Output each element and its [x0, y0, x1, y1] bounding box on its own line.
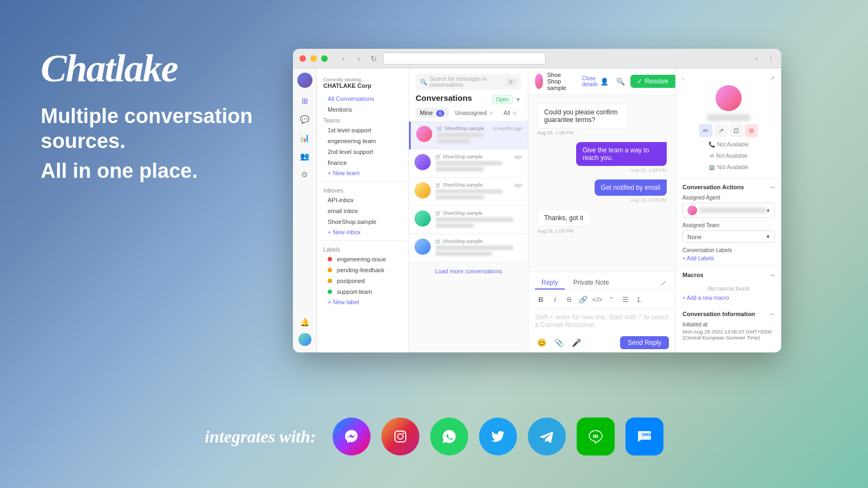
team-engineering[interactable]: engeneering team — [317, 136, 409, 146]
conv-item-3[interactable]: 🛒 ShoeShop.sample ago — [409, 178, 528, 206]
message-outgoing-2: Get notified by email Aug 29, 1:08 PM — [595, 179, 667, 203]
tab-all[interactable]: All 5 — [499, 108, 520, 118]
maximize-window-button[interactable] — [321, 55, 328, 62]
telegram-icon[interactable] — [528, 418, 566, 455]
expand-icon[interactable]: ⤢ — [658, 277, 669, 290]
new-label-button[interactable]: + New label — [317, 297, 409, 307]
conv-item-1[interactable]: 🛒 ShoeShop.sample 4 months ago — [409, 121, 528, 150]
inbox-api[interactable]: API-inbox — [317, 195, 409, 206]
browser-menu-icon[interactable]: ⋮ — [767, 54, 775, 63]
back-button[interactable]: ‹ — [337, 53, 349, 65]
team-finance[interactable]: finance — [317, 157, 409, 168]
company-name: CHATLAKE Corp — [323, 82, 402, 89]
whatsapp-icon[interactable] — [430, 418, 468, 455]
conv-info-toggle[interactable]: – — [770, 310, 775, 318]
company-icon: 🏢 — [709, 164, 715, 170]
composer-input-area[interactable]: Shift + enter for new line. Start with '… — [528, 309, 675, 333]
user-avatar[interactable] — [298, 333, 311, 346]
reports-icon[interactable]: 📊 — [297, 130, 312, 145]
assigned-team-select[interactable]: None ▾ — [682, 230, 775, 243]
all-conversations-item[interactable]: All Conversations — [317, 93, 409, 104]
rp-action-3[interactable]: ⊡ — [730, 124, 743, 137]
conversation-list: 🔍 Search for messages in conversations ⌘… — [409, 68, 528, 352]
contacts-icon[interactable]: 👥 — [297, 149, 312, 164]
close-details-link[interactable]: Close details — [582, 75, 598, 87]
list-button[interactable]: ☰ — [620, 293, 631, 305]
label-pending-feedback[interactable]: pending-feedback — [317, 265, 409, 275]
contact-icon[interactable]: 👤 — [598, 75, 611, 88]
italic-button[interactable]: I — [549, 293, 561, 305]
notification-icon[interactable]: 🔔 — [297, 314, 312, 330]
mentions-item[interactable]: Mentions — [317, 104, 409, 115]
conv-name-blurred-4 — [435, 217, 514, 222]
message-incoming-1: Could you please confirm guarantee terms… — [537, 104, 628, 136]
send-reply-button[interactable]: Send Reply — [620, 336, 669, 349]
contact-avatar — [535, 74, 543, 89]
open-status-badge[interactable]: Open — [492, 95, 513, 104]
tab-unassigned[interactable]: Unassigned 0 — [451, 108, 497, 118]
label-support-team[interactable]: support-team — [317, 286, 409, 297]
assigned-agent-select[interactable]: ▾ — [682, 203, 775, 218]
conv-item-5[interactable]: 🛒 ShoeShop.sample — [409, 234, 528, 262]
emoji-button[interactable]: 😊 — [535, 336, 548, 349]
team-1st-level[interactable]: 1st level support — [317, 125, 409, 136]
rp-action-1[interactable]: ✏ — [699, 124, 712, 137]
search-chat-icon[interactable]: 🔍 — [614, 75, 627, 88]
conv-item-2[interactable]: 🛒 ShoeShop.sample ago — [409, 150, 528, 178]
add-labels-button[interactable]: + Add Labels — [682, 255, 775, 261]
conv-list-header: 🔍 Search for messages in conversations ⌘… — [409, 68, 528, 121]
new-team-button[interactable]: + New team — [317, 168, 409, 178]
line-icon[interactable] — [577, 418, 615, 455]
rp-action-block[interactable]: ⊘ — [745, 124, 758, 137]
bold-button[interactable]: B — [535, 293, 547, 305]
resolve-button[interactable]: ✓ Resolve — [630, 75, 674, 88]
conv-info-2: 🛒 ShoeShop.sample — [435, 154, 510, 173]
instagram-icon[interactable] — [381, 418, 419, 455]
conv-item-4[interactable]: 🛒 ShoeShop.sample — [409, 206, 528, 234]
new-inbox-button[interactable]: + New inbox — [317, 227, 409, 237]
app-icon-avatar — [297, 73, 312, 88]
external-link-icon[interactable]: ↗ — [770, 75, 775, 82]
macros-toggle[interactable]: – — [770, 271, 775, 279]
filter-icon[interactable]: ▼ — [515, 96, 521, 104]
tab-mine[interactable]: Mine 5 — [416, 108, 449, 118]
code-button[interactable]: </> — [591, 293, 603, 305]
forward-button[interactable]: › — [353, 53, 365, 65]
search-bar[interactable]: 🔍 Search for messages in conversations ⌘… — [416, 74, 521, 90]
close-window-button[interactable] — [299, 55, 306, 62]
macros-header: Macros – — [682, 271, 775, 279]
svg-point-2 — [403, 433, 404, 434]
load-more-button[interactable]: Load more conversations — [409, 262, 528, 280]
conv-actions-toggle[interactable]: – — [770, 183, 775, 191]
inbox-email[interactable]: email inbox — [317, 206, 409, 216]
messenger-icon[interactable] — [333, 418, 371, 455]
settings-icon[interactable]: ⚙ — [297, 167, 312, 182]
conv-labels-label: Conversation Labels — [682, 247, 775, 253]
label-engineering-issue[interactable]: engeneering-issue — [317, 254, 409, 265]
integrates-label: integrates with: — [205, 427, 316, 447]
attachment-button[interactable]: 📎 — [552, 336, 565, 349]
minimize-window-button[interactable] — [310, 55, 317, 62]
rp-action-2[interactable]: ↗ — [714, 124, 727, 137]
reply-tab[interactable]: Reply — [535, 277, 565, 290]
home-icon[interactable]: ⊞ — [297, 93, 312, 108]
refresh-button[interactable]: ↻ — [368, 53, 380, 65]
sms-icon[interactable]: SMS — [626, 418, 663, 455]
private-note-tab[interactable]: Private Note — [567, 277, 616, 290]
resolve-dropdown-button[interactable]: ▾ — [675, 75, 675, 88]
ordered-list-button[interactable]: 1. — [634, 293, 646, 305]
conv-name-blurred-3 — [435, 189, 502, 194]
label-postponed[interactable]: postponed — [317, 275, 409, 286]
link-button[interactable]: 🔗 — [577, 293, 589, 305]
twitter-icon[interactable] — [479, 418, 517, 455]
agent-avatar-small — [687, 206, 697, 215]
expand-contact-icon[interactable]: ‹ — [682, 75, 685, 82]
add-macro-button[interactable]: + Add a new macro — [682, 295, 775, 301]
quote-button[interactable]: " — [605, 293, 617, 305]
inbox-shoeshop[interactable]: ShoeShop.sample — [317, 216, 409, 227]
team-2nd-level[interactable]: 2nd level support — [317, 146, 409, 157]
conversation-actions-section: Conversation Actions – Assigned Agent ▾ … — [676, 178, 781, 266]
strikethrough-button[interactable]: S — [563, 293, 575, 305]
chat-icon[interactable]: 💬 — [297, 112, 312, 127]
audio-button[interactable]: 🎤 — [570, 336, 583, 349]
